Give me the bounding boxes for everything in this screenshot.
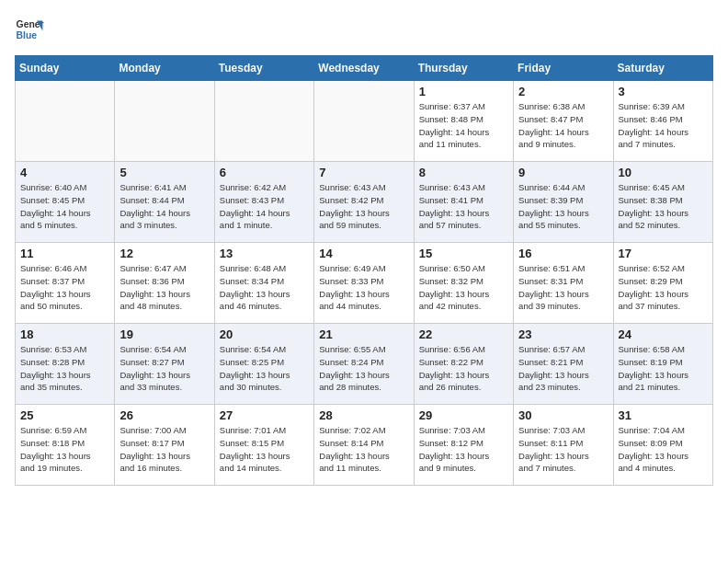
calendar-cell: 18Sunrise: 6:53 AM Sunset: 8:28 PM Dayli… [16, 324, 115, 405]
calendar-cell: 14Sunrise: 6:49 AM Sunset: 8:33 PM Dayli… [314, 243, 414, 324]
calendar-week-row: 1Sunrise: 6:37 AM Sunset: 8:48 PM Daylig… [16, 81, 713, 162]
day-info: Sunrise: 7:03 AM Sunset: 8:11 PM Dayligh… [518, 424, 608, 475]
day-info: Sunrise: 7:00 AM Sunset: 8:17 PM Dayligh… [119, 424, 209, 475]
day-info: Sunrise: 6:43 AM Sunset: 8:41 PM Dayligh… [419, 181, 508, 232]
weekday-header-sunday: Sunday [16, 56, 115, 81]
weekday-header-thursday: Thursday [414, 56, 513, 81]
day-number: 3 [619, 85, 708, 98]
day-number: 11 [20, 247, 109, 260]
day-info: Sunrise: 6:45 AM Sunset: 8:38 PM Dayligh… [619, 181, 708, 232]
day-number: 27 [220, 408, 309, 422]
day-number: 9 [518, 166, 608, 179]
day-info: Sunrise: 6:44 AM Sunset: 8:39 PM Dayligh… [518, 181, 608, 232]
day-info: Sunrise: 6:37 AM Sunset: 8:48 PM Dayligh… [419, 100, 508, 151]
day-info: Sunrise: 6:41 AM Sunset: 8:44 PM Dayligh… [119, 181, 209, 232]
calendar-cell: 9Sunrise: 6:44 AM Sunset: 8:39 PM Daylig… [514, 162, 613, 243]
day-info: Sunrise: 6:58 AM Sunset: 8:19 PM Dayligh… [619, 343, 708, 394]
calendar-cell: 4Sunrise: 6:40 AM Sunset: 8:45 PM Daylig… [16, 162, 115, 243]
day-info: Sunrise: 6:40 AM Sunset: 8:45 PM Dayligh… [20, 181, 109, 232]
calendar-cell: 28Sunrise: 7:02 AM Sunset: 8:14 PM Dayli… [314, 405, 414, 486]
day-number: 21 [319, 327, 408, 341]
day-info: Sunrise: 7:02 AM Sunset: 8:14 PM Dayligh… [319, 424, 408, 475]
calendar-cell: 26Sunrise: 7:00 AM Sunset: 8:17 PM Dayli… [115, 405, 214, 486]
calendar-cell: 25Sunrise: 6:59 AM Sunset: 8:18 PM Dayli… [16, 405, 115, 486]
calendar-cell: 24Sunrise: 6:58 AM Sunset: 8:19 PM Dayli… [613, 324, 712, 405]
day-info: Sunrise: 6:38 AM Sunset: 8:47 PM Dayligh… [518, 100, 608, 151]
day-info: Sunrise: 6:52 AM Sunset: 8:29 PM Dayligh… [619, 262, 708, 313]
day-info: Sunrise: 6:56 AM Sunset: 8:22 PM Dayligh… [419, 343, 508, 394]
day-number: 5 [119, 166, 209, 179]
day-info: Sunrise: 6:49 AM Sunset: 8:33 PM Dayligh… [319, 262, 408, 313]
calendar-week-row: 25Sunrise: 6:59 AM Sunset: 8:18 PM Dayli… [16, 405, 713, 486]
calendar-cell: 1Sunrise: 6:37 AM Sunset: 8:48 PM Daylig… [414, 81, 513, 162]
weekday-header-monday: Monday [115, 56, 214, 81]
calendar-cell: 5Sunrise: 6:41 AM Sunset: 8:44 PM Daylig… [115, 162, 214, 243]
day-number: 16 [518, 247, 608, 260]
day-info: Sunrise: 6:53 AM Sunset: 8:28 PM Dayligh… [20, 343, 109, 394]
calendar-cell: 29Sunrise: 7:03 AM Sunset: 8:12 PM Dayli… [414, 405, 513, 486]
weekday-header-row: SundayMondayTuesdayWednesdayThursdayFrid… [16, 56, 713, 81]
day-number: 13 [220, 247, 309, 260]
day-number: 31 [619, 408, 708, 422]
day-number: 20 [220, 327, 309, 341]
day-info: Sunrise: 7:03 AM Sunset: 8:12 PM Dayligh… [419, 424, 508, 475]
day-number: 8 [419, 166, 508, 179]
page-header: General Blue [15, 15, 713, 44]
day-number: 17 [619, 247, 708, 260]
calendar-cell: 30Sunrise: 7:03 AM Sunset: 8:11 PM Dayli… [514, 405, 613, 486]
day-info: Sunrise: 6:42 AM Sunset: 8:43 PM Dayligh… [220, 181, 309, 232]
day-number: 15 [419, 247, 508, 260]
calendar-cell: 2Sunrise: 6:38 AM Sunset: 8:47 PM Daylig… [514, 81, 613, 162]
calendar-table: SundayMondayTuesdayWednesdayThursdayFrid… [15, 55, 713, 486]
calendar-cell: 16Sunrise: 6:51 AM Sunset: 8:31 PM Dayli… [514, 243, 613, 324]
weekday-header-saturday: Saturday [613, 56, 712, 81]
calendar-week-row: 4Sunrise: 6:40 AM Sunset: 8:45 PM Daylig… [16, 162, 713, 243]
day-info: Sunrise: 6:47 AM Sunset: 8:36 PM Dayligh… [119, 262, 209, 313]
day-info: Sunrise: 6:55 AM Sunset: 8:24 PM Dayligh… [319, 343, 408, 394]
day-info: Sunrise: 6:59 AM Sunset: 8:18 PM Dayligh… [20, 424, 109, 475]
calendar-cell [214, 81, 313, 162]
logo-icon: General Blue [15, 15, 44, 44]
svg-text:Blue: Blue [17, 30, 38, 40]
weekday-header-friday: Friday [514, 56, 613, 81]
day-info: Sunrise: 6:57 AM Sunset: 8:21 PM Dayligh… [518, 343, 608, 394]
day-info: Sunrise: 6:50 AM Sunset: 8:32 PM Dayligh… [419, 262, 508, 313]
day-number: 23 [518, 327, 608, 341]
day-number: 4 [20, 166, 109, 179]
calendar-cell: 19Sunrise: 6:54 AM Sunset: 8:27 PM Dayli… [115, 324, 214, 405]
calendar-cell: 11Sunrise: 6:46 AM Sunset: 8:37 PM Dayli… [16, 243, 115, 324]
day-info: Sunrise: 6:46 AM Sunset: 8:37 PM Dayligh… [20, 262, 109, 313]
logo: General Blue [15, 15, 44, 44]
calendar-cell [314, 81, 414, 162]
day-info: Sunrise: 7:01 AM Sunset: 8:15 PM Dayligh… [220, 424, 309, 475]
day-number: 7 [319, 166, 408, 179]
day-info: Sunrise: 6:48 AM Sunset: 8:34 PM Dayligh… [220, 262, 309, 313]
calendar-cell: 23Sunrise: 6:57 AM Sunset: 8:21 PM Dayli… [514, 324, 613, 405]
day-number: 24 [619, 327, 708, 341]
calendar-cell: 31Sunrise: 7:04 AM Sunset: 8:09 PM Dayli… [613, 405, 712, 486]
day-info: Sunrise: 6:54 AM Sunset: 8:25 PM Dayligh… [220, 343, 309, 394]
calendar-cell: 3Sunrise: 6:39 AM Sunset: 8:46 PM Daylig… [613, 81, 712, 162]
day-info: Sunrise: 6:39 AM Sunset: 8:46 PM Dayligh… [619, 100, 708, 151]
day-number: 26 [119, 408, 209, 422]
day-info: Sunrise: 6:43 AM Sunset: 8:42 PM Dayligh… [319, 181, 408, 232]
day-info: Sunrise: 6:54 AM Sunset: 8:27 PM Dayligh… [119, 343, 209, 394]
day-number: 25 [20, 408, 109, 422]
calendar-cell: 22Sunrise: 6:56 AM Sunset: 8:22 PM Dayli… [414, 324, 513, 405]
calendar-week-row: 11Sunrise: 6:46 AM Sunset: 8:37 PM Dayli… [16, 243, 713, 324]
calendar-cell: 15Sunrise: 6:50 AM Sunset: 8:32 PM Dayli… [414, 243, 513, 324]
day-number: 28 [319, 408, 408, 422]
day-number: 6 [220, 166, 309, 179]
day-info: Sunrise: 7:04 AM Sunset: 8:09 PM Dayligh… [619, 424, 708, 475]
calendar-week-row: 18Sunrise: 6:53 AM Sunset: 8:28 PM Dayli… [16, 324, 713, 405]
day-number: 22 [419, 327, 508, 341]
day-number: 14 [319, 247, 408, 260]
calendar-cell: 17Sunrise: 6:52 AM Sunset: 8:29 PM Dayli… [613, 243, 712, 324]
day-info: Sunrise: 6:51 AM Sunset: 8:31 PM Dayligh… [518, 262, 608, 313]
day-number: 30 [518, 408, 608, 422]
calendar-cell: 8Sunrise: 6:43 AM Sunset: 8:41 PM Daylig… [414, 162, 513, 243]
day-number: 2 [518, 85, 608, 98]
calendar-cell: 10Sunrise: 6:45 AM Sunset: 8:38 PM Dayli… [613, 162, 712, 243]
calendar-cell: 21Sunrise: 6:55 AM Sunset: 8:24 PM Dayli… [314, 324, 414, 405]
day-number: 10 [619, 166, 708, 179]
